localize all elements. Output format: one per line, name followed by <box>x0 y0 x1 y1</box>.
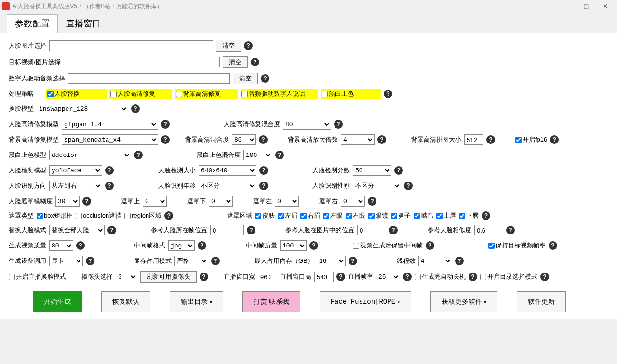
close-button[interactable]: ✕ <box>596 2 615 10</box>
dir-mode-checkbox[interactable]: 开启目录选择模式 <box>480 273 537 281</box>
audio-driver-input[interactable] <box>68 73 230 84</box>
help-icon[interactable]: ? <box>275 151 284 159</box>
detect-score-select[interactable]: 50 <box>353 165 391 176</box>
ref-sim-input[interactable] <box>474 225 503 235</box>
recog-dir-select[interactable]: 从左到右 <box>49 181 102 191</box>
live-w-input[interactable] <box>258 272 277 282</box>
face-hq-blend-select[interactable]: 80 <box>283 119 331 130</box>
reset-button[interactable]: 恢复默认 <box>101 291 150 312</box>
mask-area-skin[interactable]: 皮肤 <box>255 211 275 220</box>
mask-type-occlusion[interactable]: occlusion遮挡 <box>76 211 121 220</box>
strategy-audio-driven[interactable]: 音频驱动数字人说话 <box>241 89 318 99</box>
help-icon[interactable]: ? <box>259 135 268 144</box>
help-icon[interactable]: ? <box>105 166 114 175</box>
help-icon[interactable]: ? <box>200 273 208 281</box>
maximize-button[interactable]: □ <box>577 2 596 10</box>
mask-area-reye[interactable]: 右眼 <box>346 211 365 220</box>
ref-mode-select[interactable]: 替换全部人脸 <box>49 225 105 235</box>
keep-frames-checkbox[interactable]: 视频生成后保留中间帧 <box>353 241 423 250</box>
mask-area-rbrow[interactable]: 右眉 <box>300 211 320 220</box>
help-icon[interactable]: ? <box>486 135 495 144</box>
help-icon[interactable]: ? <box>86 257 94 265</box>
mask-area-ulip[interactable]: 上唇 <box>436 211 456 220</box>
recog-age-select[interactable]: 不区分 <box>199 181 256 191</box>
bg-hq-blend-select[interactable]: 80 <box>232 134 256 145</box>
help-icon[interactable]: ? <box>377 135 386 144</box>
bg-hq-tile-input[interactable] <box>464 134 483 145</box>
tab-live[interactable]: 直播窗口 <box>58 14 109 33</box>
strategy-face-swap[interactable]: 人脸替换 <box>46 89 107 99</box>
video-fq-select[interactable]: 100 <box>280 240 307 251</box>
recog-gender-select[interactable]: 不区分 <box>353 181 401 191</box>
mask-area-glasses[interactable]: 眼镜 <box>368 211 388 220</box>
help-icon[interactable]: ? <box>336 273 345 281</box>
audio-driver-clear-button[interactable]: 清空 <box>233 73 258 84</box>
tab-config[interactable]: 参数配置 <box>7 14 58 33</box>
fp16-checkbox[interactable]: 开启fp16 <box>515 135 547 144</box>
mask-blur-select[interactable]: 30 <box>55 196 80 207</box>
target-media-clear-button[interactable]: 清空 <box>223 56 248 68</box>
mask-area-mouth[interactable]: 嘴巴 <box>414 211 433 220</box>
mask-bot-select[interactable]: 0 <box>209 196 233 207</box>
bw-blend-select[interactable]: 100 <box>243 150 272 160</box>
help-icon[interactable]: ? <box>394 166 403 175</box>
mask-left-select[interactable]: 0 <box>275 196 299 207</box>
auto-shutdown-checkbox[interactable]: 生成完自动关机 <box>415 273 466 281</box>
help-icon[interactable]: ? <box>426 241 434 250</box>
help-icon[interactable]: ? <box>403 273 412 281</box>
video-q-select[interactable]: 80 <box>49 240 73 251</box>
help-icon[interactable]: ? <box>76 241 85 250</box>
device-select[interactable]: 显卡 <box>49 256 83 266</box>
video-fmt-select[interactable]: jpg <box>168 240 195 251</box>
help-icon[interactable]: ? <box>506 226 515 234</box>
help-icon[interactable]: ? <box>259 182 268 190</box>
swap-model-select[interactable]: inswapper_128 <box>37 104 128 114</box>
output-dir-button[interactable]: 输出目录 <box>170 291 223 312</box>
help-icon[interactable]: ? <box>261 74 269 83</box>
help-icon[interactable]: ? <box>259 166 268 175</box>
mask-type-box[interactable]: box矩形框 <box>37 211 73 220</box>
help-icon[interactable]: ? <box>309 241 318 250</box>
help-icon[interactable]: ? <box>82 197 91 206</box>
help-icon[interactable]: ? <box>131 104 140 113</box>
mask-area-lbrow[interactable]: 左眉 <box>278 211 297 220</box>
face-fusion-button[interactable]: Face Fusion|ROPE <box>320 291 411 312</box>
live-fps-select[interactable]: 25 <box>376 272 400 282</box>
strategy-face-hq[interactable]: 人脸高清修复 <box>109 89 172 99</box>
help-icon[interactable]: ? <box>455 257 464 265</box>
help-icon[interactable]: ? <box>198 241 206 250</box>
help-icon[interactable]: ? <box>404 182 413 190</box>
help-icon[interactable]: ? <box>550 135 559 144</box>
mask-area-nose[interactable]: 鼻子 <box>391 211 411 220</box>
bg-hq-model-select[interactable]: span_kendata_x4 <box>62 134 158 145</box>
help-icon[interactable]: ? <box>482 211 490 220</box>
help-icon[interactable]: ? <box>161 120 170 129</box>
help-icon[interactable]: ? <box>540 273 549 281</box>
start-button[interactable]: 开始生成 <box>33 291 82 312</box>
mask-right-select[interactable]: 0 <box>341 196 365 207</box>
help-icon[interactable]: ? <box>244 41 253 50</box>
update-button[interactable]: 软件更新 <box>517 291 566 312</box>
vram-mode-select[interactable]: 严格 <box>174 256 208 266</box>
help-icon[interactable]: ? <box>211 257 220 265</box>
mask-top-select[interactable]: 0 <box>143 196 167 207</box>
ref-frame-input[interactable] <box>210 225 244 235</box>
minimize-button[interactable]: — <box>557 2 577 10</box>
help-icon[interactable]: ? <box>368 197 376 206</box>
help-icon[interactable]: ? <box>384 90 392 98</box>
ref-pos-input[interactable] <box>357 225 386 235</box>
face-image-clear-button[interactable]: 清空 <box>216 40 241 52</box>
live-enable-checkbox[interactable]: 开启直播换脸模式 <box>9 273 66 281</box>
help-icon[interactable]: ? <box>549 241 557 250</box>
mask-area-leye[interactable]: 左眼 <box>323 211 343 220</box>
help-icon[interactable]: ? <box>164 211 173 220</box>
more-software-button[interactable]: 获取更多软件 <box>430 291 497 312</box>
bg-hq-scale-select[interactable]: 4 <box>341 134 375 145</box>
detect-size-select[interactable]: 640x640 <box>199 165 256 176</box>
live-h-input[interactable] <box>314 272 334 282</box>
help-icon[interactable]: ? <box>105 182 114 190</box>
max-mem-select[interactable]: 16 <box>317 256 346 266</box>
target-media-input[interactable] <box>64 57 220 67</box>
mask-area-llip[interactable]: 下唇 <box>459 211 479 220</box>
strategy-bg-hq[interactable]: 背景高清修复 <box>175 89 238 99</box>
